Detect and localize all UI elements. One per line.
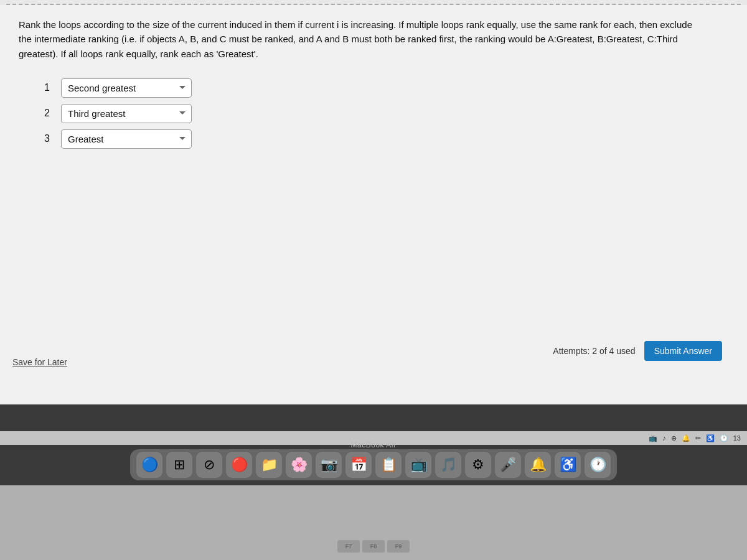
dock-icon-chrome[interactable]: 🔴 (226, 452, 252, 478)
rank-number-1: 1 (37, 82, 50, 93)
dock-icon-camera[interactable]: 📷 (316, 452, 342, 478)
dock-icon-grid[interactable]: ⊞ (166, 452, 192, 478)
notification-icon: 🔔 (682, 434, 690, 442)
content-area: Rank the loops according to the size of … (0, 5, 747, 404)
rank-select-1[interactable]: Greatest Second greatest Third greatest (61, 78, 192, 98)
calendar-date: 13 (733, 434, 741, 442)
ranking-row-2: 2 Greatest Second greatest Third greates… (37, 104, 728, 123)
screen: Rank the loops according to the size of … (0, 0, 747, 485)
accessibility-icon: ♿ (706, 434, 715, 442)
keyboard-area: F7 F8 F9 (0, 485, 747, 560)
dock-icon-clock[interactable]: 🕐 (585, 452, 611, 478)
ranking-row-3: 3 Greatest Second greatest Third greates… (37, 129, 728, 149)
dock-icon-system[interactable]: ⚙ (465, 452, 491, 478)
fn-key-f9[interactable]: F9 (387, 540, 410, 553)
ranking-container: 1 Greatest Second greatest Third greates… (37, 78, 728, 149)
dock-icon-music[interactable]: 🎵 (435, 452, 461, 478)
dock: 🔵 ⊞ ⊘ 🔴 📁 🌸 📷 📅 📋 📺 🎵 ⚙ 🎤 🔔 ♿ 🕐 (130, 449, 617, 480)
dock-icon-accessibility[interactable]: ♿ (555, 452, 581, 478)
fn-key-f8[interactable]: F8 (362, 540, 385, 553)
clock-icon: 🕐 (720, 434, 728, 442)
edit-icon: ✏ (695, 434, 701, 442)
rank-select-3[interactable]: Greatest Second greatest Third greatest (61, 129, 192, 149)
dock-icon-appletv[interactable]: 📺 (405, 452, 431, 478)
dock-icon-restrict[interactable]: ⊘ (196, 452, 222, 478)
attempts-text: Attempts: 2 of 4 used (553, 346, 635, 356)
rank-select-wrapper-3: Greatest Second greatest Third greatest (61, 129, 192, 149)
dock-icon-photo[interactable]: 🌸 (286, 452, 312, 478)
dock-icon-finder[interactable]: 🔵 (136, 452, 162, 478)
question-text: Rank the loops according to the size of … (19, 17, 703, 61)
rank-number-3: 3 (37, 133, 50, 144)
dock-icon-notes[interactable]: 📋 (375, 452, 402, 478)
fn-key-f7[interactable]: F7 (337, 540, 360, 553)
rank-number-2: 2 (37, 108, 50, 119)
save-later-link[interactable]: Save for Later (12, 357, 67, 367)
dock-icon-calendar[interactable]: 📅 (345, 452, 372, 478)
rank-select-wrapper-1: Greatest Second greatest Third greatest (61, 78, 192, 98)
dock-icon-notification[interactable]: 🔔 (525, 452, 551, 478)
bottom-bar: Attempts: 2 of 4 used Submit Answer (540, 335, 735, 367)
dock-icon-folder[interactable]: 📁 (256, 452, 282, 478)
fn-keys-row: F7 F8 F9 (337, 540, 410, 553)
ranking-row-1: 1 Greatest Second greatest Third greates… (37, 78, 728, 98)
dock-area: 📺 ♪ ⊕ 🔔 ✏ ♿ 🕐 13 MacBook Air 🔵 ⊞ ⊘ 🔴 📁 🌸… (0, 404, 747, 485)
wifi-icon: ⊕ (671, 434, 677, 442)
rank-select-2[interactable]: Greatest Second greatest Third greatest (61, 104, 192, 123)
tv-icon: 📺 (649, 434, 657, 442)
submit-answer-button[interactable]: Submit Answer (644, 341, 722, 361)
macbook-label: MacBook Air (351, 441, 397, 449)
dock-icon-siri[interactable]: 🎤 (495, 452, 521, 478)
music-icon: ♪ (662, 434, 666, 442)
rank-select-wrapper-2: Greatest Second greatest Third greatest (61, 104, 192, 123)
